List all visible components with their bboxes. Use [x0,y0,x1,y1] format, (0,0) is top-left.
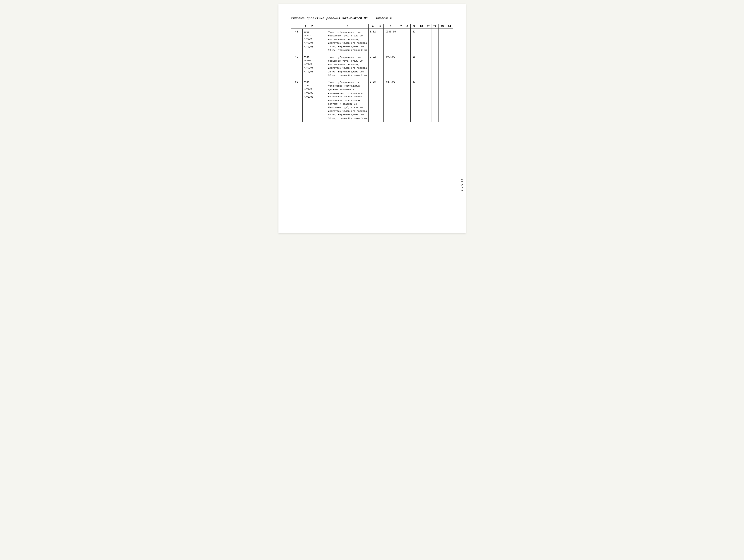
row-col9: 32 [410,29,418,54]
row-code: CI59--4223k1=0,9k2=0,95k3=I,05 [302,29,327,54]
row-col9: 53 [410,79,418,122]
row-col13 [439,29,446,54]
row-price: 973,00 [383,54,398,79]
row-col4: 0,02 [368,29,377,54]
row-col8 [404,79,410,122]
table-row: 50 CI59--3317k1=0,9k2=0,95k3=I,05 Узлы т… [291,79,453,122]
row-price: 657,00 [383,79,398,122]
row-col10 [418,54,425,79]
row-col9: I9 [410,54,418,79]
header-col-10: I0 [418,24,425,29]
header-col-5: 5 [377,24,383,29]
row-col12 [431,29,439,54]
row-col7 [398,29,404,54]
row-col10 [418,79,425,122]
row-col12 [431,79,439,122]
row-col11 [425,54,431,79]
header-col-4: 4 [368,24,377,29]
header-col-12b: I2 [431,24,439,29]
row-col8 [404,29,410,54]
page-title: Типовые проектные решения 901-2-01/0.91 … [291,16,453,20]
row-col14 [446,54,453,79]
header-col-6: 6 [383,24,398,29]
header-col-14: I4 [446,24,453,29]
row-number: 49 [291,54,302,79]
row-col4: 0,08 [368,79,377,122]
row-col5 [377,29,383,54]
header-col-3: 3 [327,24,368,29]
title-text: Типовые проектные решения [291,16,340,20]
row-col5 [377,54,383,79]
row-col8 [404,54,410,79]
row-description: Узлы трубопроводов т из бесшовных труб, … [327,54,368,79]
row-code: CI59--3317k1=0,9k2=0,95k3=I,05 [302,79,327,122]
main-table: I 2 3 4 5 6 7 8 9 I0 II I2 I3 I4 48 CI59… [291,24,453,122]
header-col-11: II [425,24,431,29]
row-col11 [425,29,431,54]
row-col13 [439,54,446,79]
row-price: I580,00 [383,29,398,54]
row-col13 [439,79,446,122]
header-col-7: 7 [398,24,404,29]
side-document-number: 24879-04 [461,179,463,191]
title-code: 901-2-01/0.91 [342,16,368,20]
row-col5 [377,79,383,122]
table-header-row: I 2 3 4 5 6 7 8 9 I0 II I2 I3 I4 [291,24,453,29]
row-col14 [446,29,453,54]
title-album: Альбом 4 [376,16,392,20]
header-col-12: I 2 [291,24,327,29]
row-col4: 0,02 [368,54,377,79]
row-code: CI59--4230k1=0,9k2=0,95k3=I,05 [302,54,327,79]
table-row: 48 CI59--4223k1=0,9k2=0,95k3=I,05 Узлы т… [291,29,453,54]
header-col-9: 9 [410,24,418,29]
row-col11 [425,79,431,122]
row-col7 [398,54,404,79]
table-row: 49 CI59--4230k1=0,9k2=0,95k3=I,05 Узлы т… [291,54,453,79]
row-number: 50 [291,79,302,122]
document-page: Типовые проектные решения 901-2-01/0.91 … [278,4,466,233]
row-col14 [446,79,453,122]
row-col10 [418,29,425,54]
row-description: Узлы трубопроводов т с установкой необхо… [327,79,368,122]
row-number: 48 [291,29,302,54]
header-col-13: I3 [439,24,446,29]
row-col7 [398,79,404,122]
header-col-8: 8 [404,24,410,29]
row-col12 [431,54,439,79]
row-description: Узлы трубопроводов т из бесшовных труб, … [327,29,368,54]
